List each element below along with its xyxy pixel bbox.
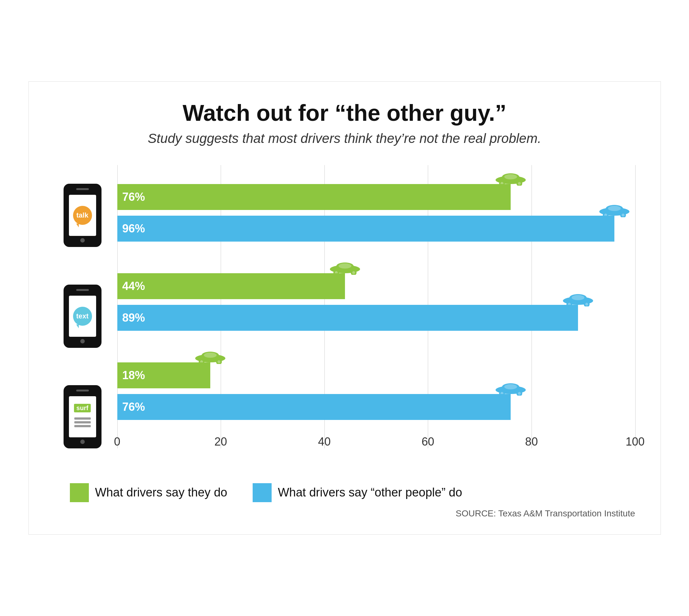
svg-point-13: [622, 214, 624, 216]
bar-blue-surf: 76%: [117, 394, 511, 420]
legend-item-self: What drivers say they do: [70, 483, 227, 502]
phone-speaker-surf: [76, 390, 89, 392]
text-bubble: text: [73, 307, 92, 326]
talk-bubble: talk: [73, 206, 92, 225]
phone-dot-text: [80, 339, 85, 344]
grid-line-100: [635, 165, 636, 448]
surf-icon-group: surf: [54, 376, 111, 458]
surf-line-1: [74, 417, 91, 420]
infographic-container: Watch out for “the other guy.” Study sug…: [28, 81, 661, 534]
phone-speaker: [76, 188, 89, 190]
x-label-60: 60: [422, 435, 434, 448]
bar-green-talk: 76%: [117, 184, 511, 210]
bar-group-text: 44% 89%: [117, 254, 635, 334]
talk-label: talk: [76, 211, 89, 219]
surf-line-2: [74, 421, 91, 423]
legend-item-other: What drivers say “other people” do: [253, 483, 462, 502]
bar-label-self-surf: 18%: [123, 369, 145, 382]
surf-line-3: [74, 425, 91, 427]
bar-blue-text: 89%: [117, 305, 578, 331]
talk-icon-group: talk: [54, 174, 111, 257]
main-title: Watch out for “the other guy.”: [54, 101, 635, 126]
phone-screen-text: text: [69, 296, 96, 337]
bar-label-other-text: 89%: [123, 311, 145, 325]
bars-container: 76% 96%: [117, 165, 635, 424]
bar-row-other-talk: 96%: [117, 216, 635, 245]
bar-green-surf: 18%: [117, 362, 210, 388]
x-label-20: 20: [215, 435, 227, 448]
text-label: text: [76, 312, 89, 320]
svg-point-23: [572, 295, 584, 300]
bar-label-other-talk: 96%: [123, 222, 145, 235]
svg-point-41: [518, 392, 521, 395]
text-phone: text: [64, 285, 102, 348]
bar-green-text: 44%: [117, 273, 345, 299]
bar-row-self-surf: 18%: [117, 362, 635, 392]
bar-row-self-talk: 76%: [117, 184, 635, 214]
talk-phone: talk: [64, 184, 102, 247]
x-label-40: 40: [318, 435, 331, 448]
phone-speaker-text: [76, 289, 89, 291]
surf-phone: surf: [64, 385, 102, 448]
svg-point-27: [585, 303, 588, 306]
legend-swatch-green: [70, 483, 89, 502]
svg-point-2: [504, 174, 517, 179]
source-credit: SOURCE: Texas A&M Transportation Institu…: [54, 508, 635, 519]
svg-point-30: [204, 352, 217, 358]
subtitle: Study suggests that most drivers think t…: [54, 131, 635, 146]
chart-body: 76% 96%: [117, 165, 635, 467]
bar-label-other-surf: 76%: [123, 400, 145, 414]
phone-dot-surf: [80, 440, 85, 444]
bar-group-talk: 76% 96%: [117, 165, 635, 245]
legend: What drivers say they do What drivers sa…: [54, 483, 635, 502]
surf-content: surf: [72, 404, 93, 430]
legend-other-label: What drivers say “other people” do: [278, 486, 462, 499]
svg-point-20: [352, 271, 355, 274]
bar-blue-talk: 96%: [117, 216, 614, 242]
x-axis: 020406080100: [117, 433, 635, 448]
bar-label-self-talk: 76%: [123, 190, 145, 204]
x-label-100: 100: [625, 435, 644, 448]
legend-self-label: What drivers say they do: [95, 486, 227, 499]
surf-label: surf: [74, 404, 91, 412]
bar-row-self-text: 44%: [117, 273, 635, 303]
svg-point-37: [504, 384, 517, 389]
phone-screen-surf: surf: [69, 396, 96, 437]
bar-label-self-text: 44%: [123, 280, 145, 293]
phone-dot-talk: [80, 238, 85, 243]
svg-point-34: [218, 360, 220, 363]
bar-row-other-text: 89%: [117, 305, 635, 334]
icons-column: talk text: [54, 165, 117, 467]
x-label-0: 0: [114, 435, 120, 448]
legend-swatch-blue: [253, 483, 272, 502]
svg-point-9: [608, 205, 621, 211]
svg-point-16: [339, 263, 351, 268]
chart-inner: 76% 96%: [117, 165, 635, 467]
bar-group-surf: 18% 76%: [117, 344, 635, 424]
x-label-80: 80: [525, 435, 538, 448]
svg-point-6: [518, 182, 521, 185]
phone-screen-talk: talk: [69, 195, 96, 236]
chart-area: talk text: [54, 165, 635, 467]
surf-lines: [72, 415, 93, 430]
text-icon-group: text: [54, 275, 111, 357]
bar-row-other-surf: 76%: [117, 394, 635, 424]
